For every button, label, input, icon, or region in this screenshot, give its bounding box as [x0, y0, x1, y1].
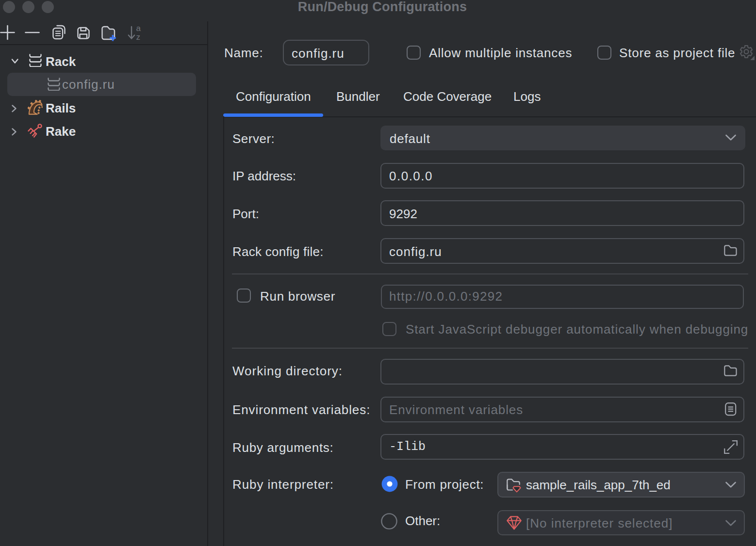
- svg-text:a: a: [136, 24, 141, 33]
- svg-text:z: z: [136, 32, 141, 42]
